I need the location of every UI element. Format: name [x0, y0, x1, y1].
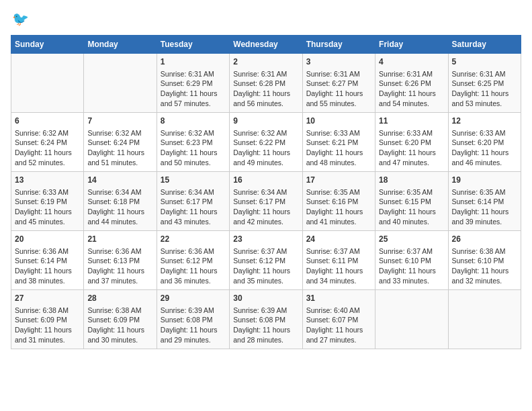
day-info: Sunrise: 6:31 AM Sunset: 6:26 PM Dayligh…	[379, 69, 444, 109]
calendar-week-row: 13Sunrise: 6:33 AM Sunset: 6:19 PM Dayli…	[11, 172, 521, 231]
day-info: Sunrise: 6:32 AM Sunset: 6:24 PM Dayligh…	[15, 128, 80, 168]
day-info: Sunrise: 6:40 AM Sunset: 6:07 PM Dayligh…	[306, 306, 371, 345]
day-number: 1	[161, 56, 226, 68]
col-header-wednesday: Wednesday	[230, 36, 302, 54]
calendar-cell: 28Sunrise: 6:38 AM Sunset: 6:09 PM Dayli…	[84, 290, 157, 349]
day-number: 13	[15, 175, 80, 186]
calendar-cell: 18Sunrise: 6:35 AM Sunset: 6:15 PM Dayli…	[375, 172, 448, 231]
calendar-cell: 3Sunrise: 6:31 AM Sunset: 6:27 PM Daylig…	[302, 54, 375, 113]
day-info: Sunrise: 6:35 AM Sunset: 6:16 PM Dayligh…	[306, 187, 371, 227]
day-info: Sunrise: 6:33 AM Sunset: 6:20 PM Dayligh…	[379, 128, 444, 168]
day-info: Sunrise: 6:31 AM Sunset: 6:25 PM Dayligh…	[452, 69, 517, 109]
calendar-cell: 14Sunrise: 6:34 AM Sunset: 6:18 PM Dayli…	[84, 172, 157, 231]
calendar-cell	[11, 54, 84, 113]
calendar-cell: 9Sunrise: 6:32 AM Sunset: 6:22 PM Daylig…	[230, 113, 302, 172]
day-number: 12	[452, 116, 517, 127]
calendar-cell: 2Sunrise: 6:31 AM Sunset: 6:28 PM Daylig…	[230, 54, 302, 113]
col-header-sunday: Sunday	[11, 36, 84, 54]
calendar-cell: 6Sunrise: 6:32 AM Sunset: 6:24 PM Daylig…	[11, 113, 84, 172]
calendar-cell: 5Sunrise: 6:31 AM Sunset: 6:25 PM Daylig…	[448, 54, 521, 113]
calendar-cell: 13Sunrise: 6:33 AM Sunset: 6:19 PM Dayli…	[11, 172, 84, 231]
calendar-cell: 29Sunrise: 6:39 AM Sunset: 6:08 PM Dayli…	[157, 290, 229, 349]
calendar-cell: 12Sunrise: 6:33 AM Sunset: 6:20 PM Dayli…	[448, 113, 521, 172]
day-number: 6	[15, 116, 80, 127]
calendar-header-row: SundayMondayTuesdayWednesdayThursdayFrid…	[11, 36, 521, 54]
calendar-cell: 7Sunrise: 6:32 AM Sunset: 6:24 PM Daylig…	[84, 113, 157, 172]
day-info: Sunrise: 6:36 AM Sunset: 6:14 PM Dayligh…	[15, 246, 80, 286]
calendar-cell: 25Sunrise: 6:37 AM Sunset: 6:10 PM Dayli…	[375, 231, 448, 290]
calendar-cell	[84, 54, 157, 113]
calendar-cell: 23Sunrise: 6:37 AM Sunset: 6:12 PM Dayli…	[230, 231, 302, 290]
day-info: Sunrise: 6:35 AM Sunset: 6:15 PM Dayligh…	[379, 187, 444, 227]
day-number: 25	[379, 234, 444, 245]
calendar-cell: 27Sunrise: 6:38 AM Sunset: 6:09 PM Dayli…	[11, 290, 84, 349]
day-number: 18	[379, 175, 444, 186]
page-header: 🐦	[11, 11, 521, 27]
day-info: Sunrise: 6:36 AM Sunset: 6:13 PM Dayligh…	[87, 246, 152, 286]
col-header-thursday: Thursday	[302, 36, 375, 54]
day-info: Sunrise: 6:37 AM Sunset: 6:12 PM Dayligh…	[233, 246, 298, 286]
day-info: Sunrise: 6:33 AM Sunset: 6:19 PM Dayligh…	[15, 187, 80, 227]
day-number: 21	[87, 234, 152, 245]
day-info: Sunrise: 6:38 AM Sunset: 6:09 PM Dayligh…	[15, 306, 80, 345]
day-number: 7	[87, 116, 152, 127]
calendar-week-row: 27Sunrise: 6:38 AM Sunset: 6:09 PM Dayli…	[11, 290, 521, 349]
day-number: 26	[452, 234, 517, 245]
day-number: 20	[15, 234, 80, 245]
day-info: Sunrise: 6:34 AM Sunset: 6:17 PM Dayligh…	[233, 187, 298, 227]
day-number: 17	[306, 175, 371, 186]
day-info: Sunrise: 6:31 AM Sunset: 6:29 PM Dayligh…	[161, 69, 226, 109]
day-number: 29	[161, 293, 226, 304]
day-number: 30	[233, 293, 298, 304]
day-info: Sunrise: 6:39 AM Sunset: 6:08 PM Dayligh…	[161, 306, 226, 345]
calendar-cell: 17Sunrise: 6:35 AM Sunset: 6:16 PM Dayli…	[302, 172, 375, 231]
calendar-cell: 4Sunrise: 6:31 AM Sunset: 6:26 PM Daylig…	[375, 54, 448, 113]
day-number: 23	[233, 234, 298, 245]
day-number: 14	[87, 175, 152, 186]
day-info: Sunrise: 6:34 AM Sunset: 6:18 PM Dayligh…	[87, 187, 152, 227]
day-info: Sunrise: 6:35 AM Sunset: 6:14 PM Dayligh…	[452, 187, 517, 227]
day-info: Sunrise: 6:32 AM Sunset: 6:23 PM Dayligh…	[161, 128, 226, 168]
day-info: Sunrise: 6:32 AM Sunset: 6:24 PM Dayligh…	[87, 128, 152, 168]
calendar-week-row: 1Sunrise: 6:31 AM Sunset: 6:29 PM Daylig…	[11, 54, 521, 113]
calendar-cell	[375, 290, 448, 349]
day-number: 3	[306, 56, 371, 68]
day-number: 31	[306, 293, 371, 304]
day-info: Sunrise: 6:38 AM Sunset: 6:10 PM Dayligh…	[452, 246, 517, 286]
day-number: 19	[452, 175, 517, 186]
day-number: 16	[233, 175, 298, 186]
calendar-week-row: 20Sunrise: 6:36 AM Sunset: 6:14 PM Dayli…	[11, 231, 521, 290]
calendar-cell: 16Sunrise: 6:34 AM Sunset: 6:17 PM Dayli…	[230, 172, 302, 231]
day-info: Sunrise: 6:32 AM Sunset: 6:22 PM Dayligh…	[233, 128, 298, 168]
day-number: 9	[233, 116, 298, 127]
calendar-cell: 1Sunrise: 6:31 AM Sunset: 6:29 PM Daylig…	[157, 54, 229, 113]
calendar-week-row: 6Sunrise: 6:32 AM Sunset: 6:24 PM Daylig…	[11, 113, 521, 172]
calendar-cell: 11Sunrise: 6:33 AM Sunset: 6:20 PM Dayli…	[375, 113, 448, 172]
day-number: 10	[306, 116, 371, 127]
calendar-cell: 26Sunrise: 6:38 AM Sunset: 6:10 PM Dayli…	[448, 231, 521, 290]
day-info: Sunrise: 6:37 AM Sunset: 6:11 PM Dayligh…	[306, 246, 371, 286]
logo-bird-icon: 🐦	[12, 11, 29, 27]
day-number: 2	[233, 56, 298, 68]
calendar-cell: 21Sunrise: 6:36 AM Sunset: 6:13 PM Dayli…	[84, 231, 157, 290]
day-info: Sunrise: 6:34 AM Sunset: 6:17 PM Dayligh…	[161, 187, 226, 227]
day-info: Sunrise: 6:33 AM Sunset: 6:20 PM Dayligh…	[452, 128, 517, 168]
col-header-tuesday: Tuesday	[157, 36, 229, 54]
day-number: 24	[306, 234, 371, 245]
calendar-cell: 24Sunrise: 6:37 AM Sunset: 6:11 PM Dayli…	[302, 231, 375, 290]
day-number: 5	[452, 56, 517, 68]
day-info: Sunrise: 6:33 AM Sunset: 6:21 PM Dayligh…	[306, 128, 371, 168]
day-info: Sunrise: 6:36 AM Sunset: 6:12 PM Dayligh…	[161, 246, 226, 286]
day-number: 4	[379, 56, 444, 68]
day-info: Sunrise: 6:39 AM Sunset: 6:08 PM Dayligh…	[233, 306, 298, 345]
col-header-monday: Monday	[84, 36, 157, 54]
day-info: Sunrise: 6:31 AM Sunset: 6:27 PM Dayligh…	[306, 69, 371, 109]
calendar-cell: 19Sunrise: 6:35 AM Sunset: 6:14 PM Dayli…	[448, 172, 521, 231]
calendar-cell: 8Sunrise: 6:32 AM Sunset: 6:23 PM Daylig…	[157, 113, 229, 172]
day-number: 28	[87, 293, 152, 304]
day-number: 22	[161, 234, 226, 245]
logo: 🐦	[11, 11, 29, 27]
calendar-table: SundayMondayTuesdayWednesdayThursdayFrid…	[11, 35, 521, 349]
day-number: 27	[15, 293, 80, 304]
day-info: Sunrise: 6:38 AM Sunset: 6:09 PM Dayligh…	[87, 306, 152, 345]
